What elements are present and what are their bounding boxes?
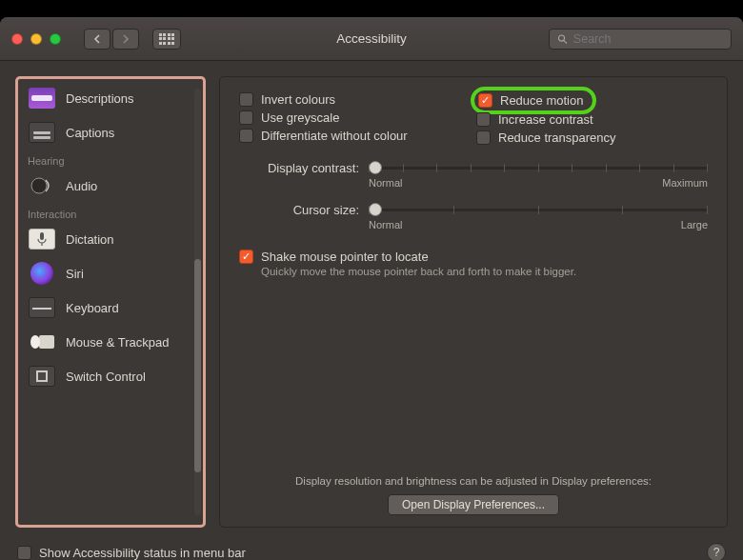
option-label: Reduce motion [500,93,583,108]
open-display-preferences-button[interactable]: Open Display Preferences... [388,494,559,515]
sidebar-item-descriptions[interactable]: Descriptions [18,81,203,115]
back-button[interactable] [84,29,110,50]
window-title: Accessibility [336,31,407,46]
display-options: Invert colours Use greyscale Differentia… [239,90,708,147]
show-all-button[interactable] [152,29,181,50]
cursor-size-label: Cursor size: [239,203,359,217]
show-status-menubar-checkbox[interactable]: Show Accessibility status in menu bar [17,544,246,561]
audio-icon [28,174,56,197]
sidebar-item-label: Captions [66,126,114,140]
display-contrast-block: Display contrast: NormalMaximum [239,160,708,189]
display-prefs-note: Display resolution and brightness can be… [220,475,727,487]
sidebar-category-interaction: Interaction [18,203,203,222]
sidebar-item-label: Dictation [66,232,114,247]
option-label: Differentiate without colour [261,129,408,143]
increase-contrast-checkbox[interactable]: Increase contrast [476,110,708,129]
shake-pointer-hint: Quickly move the mouse pointer back and … [261,266,708,277]
captions-icon [28,121,56,144]
option-label: Increase contrast [498,112,593,127]
reduce-transparency-checkbox[interactable]: Reduce transparency [476,129,708,147]
dictation-icon [28,228,56,250]
sidebar-item-label: Keyboard [66,301,119,315]
use-greyscale-checkbox[interactable]: Use greyscale [239,109,471,127]
cursor-size-slider[interactable] [369,202,708,217]
sidebar-list: Descriptions Captions Hearing Audio Inte… [18,79,203,395]
sidebar-item-mouse-trackpad[interactable]: Mouse & Trackpad [18,325,203,359]
help-button[interactable]: ? [707,543,726,560]
mouse-trackpad-icon [28,330,56,353]
svg-rect-4 [39,335,54,349]
svg-point-2 [31,178,47,193]
shake-pointer-checkbox[interactable]: ✓Shake mouse pointer to locate [239,250,429,264]
differentiate-without-colour-checkbox[interactable]: Differentiate without colour [239,127,471,145]
search-input[interactable] [573,32,723,46]
svg-line-1 [564,40,567,43]
slider-min-label: Normal [369,177,402,189]
option-label: Use greyscale [261,110,339,125]
sidebar-item-siri[interactable]: Siri [18,256,203,290]
search-icon [557,33,568,45]
sidebar-item-captions[interactable]: Captions [18,115,203,150]
switch-control-icon [28,365,56,388]
close-icon[interactable] [11,33,23,45]
display-prefs-footer: Display resolution and brightness can be… [220,475,727,515]
slider-min-label: Normal [369,219,402,230]
svg-rect-3 [40,232,44,240]
sidebar-item-label: Siri [66,267,84,281]
search-field[interactable] [549,29,732,50]
sidebar-item-label: Switch Control [66,370,146,384]
descriptions-icon [28,87,56,110]
cursor-size-block: Cursor size: NormalLarge [239,202,708,230]
option-label: Invert colours [261,92,335,107]
svg-point-0 [558,35,564,41]
sidebar: Descriptions Captions Hearing Audio Inte… [15,76,206,528]
nav-buttons [84,29,139,50]
minimize-icon[interactable] [30,33,42,45]
display-contrast-label: Display contrast: [239,161,359,175]
display-contrast-slider[interactable] [369,160,708,175]
shake-pointer-row: ✓Shake mouse pointer to locate [239,250,708,264]
slider-max-label: Maximum [662,177,708,189]
titlebar: Accessibility [0,17,743,61]
sidebar-item-label: Audio [66,179,97,193]
sidebar-item-audio[interactable]: Audio [18,169,203,203]
forward-button[interactable] [112,29,139,50]
invert-colours-checkbox[interactable]: Invert colours [239,90,471,109]
keyboard-icon [28,296,56,319]
sidebar-item-switch-control[interactable]: Switch Control [18,359,203,393]
option-label: Shake mouse pointer to locate [261,250,429,264]
svg-point-5 [30,335,40,349]
sidebar-item-keyboard[interactable]: Keyboard [18,290,203,325]
sidebar-scrollbar[interactable] [194,89,201,515]
siri-icon [28,262,56,285]
grid-icon [159,33,175,45]
option-label: Show Accessibility status in menu bar [39,546,246,560]
zoom-icon[interactable] [50,33,61,45]
content: Descriptions Captions Hearing Audio Inte… [0,61,743,537]
window-controls [11,33,61,45]
sidebar-item-label: Mouse & Trackpad [66,335,169,350]
reduce-motion-highlight: ✓Reduce motion [471,87,596,114]
sidebar-category-hearing: Hearing [18,150,203,169]
sidebar-item-label: Descriptions [66,91,134,106]
sidebar-item-dictation[interactable]: Dictation [18,222,203,256]
reduce-motion-checkbox[interactable]: ✓Reduce motion [478,91,583,110]
option-label: Reduce transparency [498,130,616,145]
accessibility-window: Accessibility Descriptions Captions Hear… [0,17,743,560]
main-panel: Invert colours Use greyscale Differentia… [219,76,728,528]
bottom-bar: Show Accessibility status in menu bar ? [0,537,743,560]
slider-max-label: Large [681,219,708,230]
